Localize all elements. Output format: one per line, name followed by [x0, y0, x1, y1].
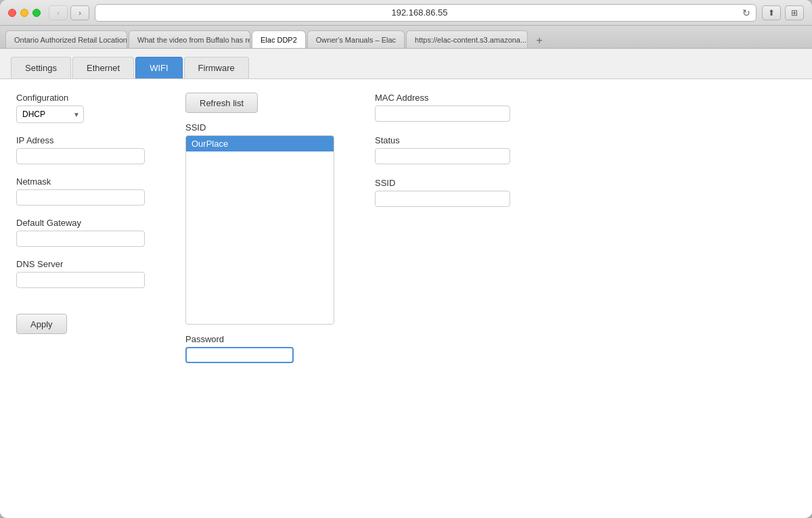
- status-field-group: Status: [375, 135, 796, 164]
- password-input[interactable]: [185, 347, 294, 363]
- browser-window: ‹ › ↻ ⬆ ⊞ Ontario Authorized Retail Loca…: [0, 0, 812, 518]
- netmask-field-group: Netmask: [16, 176, 158, 206]
- middle-column: Refresh list SSID OurPlace Password: [185, 93, 348, 363]
- back-button[interactable]: ‹: [49, 5, 68, 20]
- left-column: Configuration DHCP Static ▼ IP Adress Ne…: [16, 93, 158, 363]
- right-column: MAC Address Status SSID: [375, 93, 796, 363]
- maximize-button[interactable]: [32, 9, 41, 17]
- close-button[interactable]: [8, 9, 16, 17]
- config-label: Configuration: [16, 93, 158, 103]
- browser-tab-4[interactable]: Owner's Manuals – Elac: [307, 30, 405, 48]
- app-tab-bar: Settings Ethernet WIFI Firmware: [0, 49, 812, 79]
- tab-settings[interactable]: Settings: [11, 57, 71, 78]
- forward-button[interactable]: ›: [70, 5, 89, 20]
- gateway-input[interactable]: [16, 231, 145, 247]
- browser-tab-2[interactable]: What the video from Buffalo has rev...: [129, 30, 250, 48]
- browser-tab-5[interactable]: https://elac-content.s3.amazona...: [406, 30, 528, 48]
- reload-button[interactable]: ↻: [742, 7, 750, 18]
- title-bar: ‹ › ↻ ⬆ ⊞: [0, 0, 812, 26]
- mac-input[interactable]: [375, 105, 510, 122]
- password-label: Password: [185, 334, 348, 344]
- apply-button[interactable]: Apply: [16, 314, 67, 334]
- tab-ethernet[interactable]: Ethernet: [72, 57, 134, 78]
- mac-field-group: MAC Address: [375, 93, 796, 122]
- gateway-label: Default Gateway: [16, 218, 158, 228]
- right-ssid-label: SSID: [375, 178, 796, 188]
- dns-input[interactable]: [16, 272, 145, 288]
- netmask-label: Netmask: [16, 176, 158, 187]
- traffic-lights: [8, 9, 41, 17]
- mac-label: MAC Address: [375, 93, 796, 103]
- share-button[interactable]: ⬆: [762, 5, 781, 20]
- config-field-group: Configuration DHCP Static ▼: [16, 93, 158, 123]
- right-ssid-field-group: SSID: [375, 178, 796, 207]
- tab-wifi[interactable]: WIFI: [135, 57, 182, 78]
- sidebar-button[interactable]: ⊞: [785, 5, 804, 20]
- config-select[interactable]: DHCP Static: [16, 105, 84, 123]
- main-content: Configuration DHCP Static ▼ IP Adress Ne…: [0, 79, 812, 377]
- right-ssid-input[interactable]: [375, 191, 510, 207]
- nav-buttons: ‹ ›: [49, 5, 89, 20]
- browser-tab-1[interactable]: Ontario Authorized Retail Locations |...: [5, 30, 127, 48]
- ip-label: IP Adress: [16, 135, 158, 145]
- gateway-field-group: Default Gateway: [16, 218, 158, 247]
- ip-input[interactable]: [16, 148, 145, 164]
- browser-tab-3[interactable]: Elac DDP2: [252, 30, 306, 48]
- ssid-item[interactable]: OurPlace: [186, 136, 334, 151]
- dns-label: DNS Server: [16, 259, 158, 269]
- minimize-button[interactable]: [20, 9, 28, 17]
- netmask-input[interactable]: [16, 189, 145, 206]
- address-bar-container: ↻: [95, 4, 757, 22]
- new-tab-button[interactable]: +: [532, 33, 547, 48]
- ssid-list-label: SSID: [185, 122, 348, 133]
- refresh-list-button[interactable]: Refresh list: [185, 93, 258, 113]
- ssid-list[interactable]: OurPlace: [185, 135, 334, 325]
- page-content: Settings Ethernet WIFI Firmware Configur…: [0, 49, 812, 518]
- tab-bar: Ontario Authorized Retail Locations |...…: [0, 26, 812, 49]
- config-select-wrapper: DHCP Static ▼: [16, 105, 84, 123]
- status-input[interactable]: [375, 148, 510, 164]
- ip-field-group: IP Adress: [16, 135, 158, 164]
- tab-firmware[interactable]: Firmware: [184, 57, 249, 78]
- dns-field-group: DNS Server: [16, 259, 158, 288]
- address-bar[interactable]: [101, 7, 738, 18]
- browser-actions: ⬆ ⊞: [762, 5, 804, 20]
- status-label: Status: [375, 135, 796, 145]
